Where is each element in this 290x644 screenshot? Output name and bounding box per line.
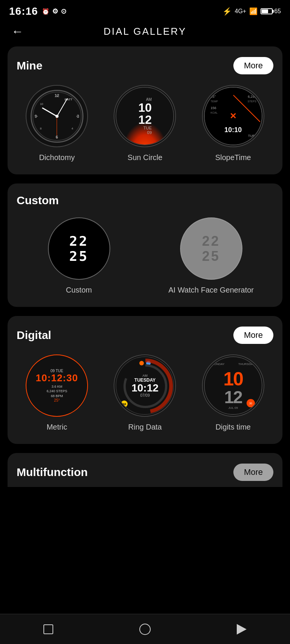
status-bar: 16:16 ⏰ ⚙ ⊙ ⚡ 4G+ 📶 65	[0, 0, 290, 21]
nav-square-button[interactable]	[39, 620, 58, 639]
metric-bpm: 68 BPM	[36, 394, 78, 399]
mine-faces-grid: 12 3 6 9 BATT	[17, 85, 273, 162]
face-item-digits-time[interactable]: MONDAY THURSDAY 10 12 30 JUL 09 Digits t…	[193, 354, 273, 432]
custom-title: Custom	[17, 194, 59, 207]
mine-more-button[interactable]: More	[233, 57, 273, 74]
suncircle-daydate: TUE 09	[138, 126, 152, 135]
digital-section: Digital More 09 TUE 10:12:30 3.6 KM 6,24…	[8, 316, 282, 444]
suncircle-date-num: 09	[147, 130, 152, 135]
slope-stats-left: 25° TEMP 156 KCAL	[211, 94, 218, 115]
face-item-custom[interactable]: 22 25 Custom	[17, 217, 141, 295]
metric-temp: 25°	[36, 398, 78, 402]
multifunction-more-button[interactable]: More	[233, 464, 273, 481]
face-item-sun-circle[interactable]: AM 10 12 TUE 09 Sun Circle	[105, 85, 185, 162]
dt-top-labels: MONDAY THURSDAY	[205, 362, 262, 366]
face-preview-ai-watch: 22 25	[180, 217, 242, 280]
metric-time: 10:12:30	[36, 373, 78, 383]
bluetooth-icon: ⚡	[222, 7, 232, 16]
slope-kcal: 156	[211, 106, 218, 111]
record-icon: ⊙	[61, 7, 67, 15]
digital-section-header: Digital More	[17, 327, 273, 344]
battery-indicator: 65	[261, 8, 281, 15]
face-preview-slope-time: 25° TEMP 156 KCAL 6,240 STEPS ✕ 10:10 TU…	[202, 85, 264, 147]
back-button[interactable]: ←	[11, 25, 23, 39]
battery-level: 65	[274, 8, 281, 15]
dt-date: JUL 09	[228, 406, 238, 410]
dt-badge: 30	[247, 399, 255, 407]
outer-ring	[32, 92, 82, 141]
battery-fill	[262, 9, 268, 13]
suncircle-day: TUE	[143, 126, 152, 130]
face-preview-metric: 09 TUE 10:12:30 3.6 KM 6,240 STEPS 68 BP…	[26, 354, 88, 417]
custom-digits-display: 22 25	[69, 234, 88, 263]
ringdata-watch: AM TUESDAY 10:12 07/09 68	[116, 356, 174, 415]
face-preview-dichotomy: 12 3 6 9 BATT	[26, 85, 88, 147]
metric-display: 09 TUE 10:12:30 3.6 KM 6,240 STEPS 68 BP…	[33, 366, 81, 406]
clock-num-4: 4	[71, 127, 73, 130]
signal-bars-icon: 📶	[249, 7, 258, 15]
face-item-ring-data[interactable]: AM TUESDAY 10:12 07/09 68 Ring Data	[105, 354, 185, 432]
nav-back-button[interactable]	[232, 620, 251, 639]
face-item-dichotomy[interactable]: 12 3 6 9 BATT	[17, 85, 97, 162]
mine-section-header: Mine More	[17, 57, 273, 74]
clock-num-8: 8	[40, 127, 42, 130]
face-item-ai-watch[interactable]: 22 25 AI Watch Face Generator	[149, 217, 273, 295]
page-title: DIAL GALLERY	[103, 26, 187, 37]
multifunction-title: Multifunction	[17, 466, 88, 479]
suncircle-min: 12	[138, 114, 152, 126]
custom-min: 25	[69, 249, 88, 264]
dt-label-left: MONDAY	[211, 362, 225, 366]
slope-day: TUE	[248, 134, 255, 138]
settings-icon: ⚙	[52, 7, 59, 15]
dt-main-display: 10 12	[224, 370, 243, 406]
dichotomy-watch: 12 3 6 9 BATT	[31, 90, 83, 143]
slope-steps-label: STEPS	[248, 100, 256, 104]
metric-label: Metric	[46, 422, 67, 432]
clock-num-10: 10	[40, 102, 43, 106]
slope-steps: 6,240	[248, 94, 256, 100]
face-preview-digits-time: MONDAY THURSDAY 10 12 30 JUL 09	[202, 354, 264, 417]
custom-section: Custom 22 25 Custom 22 25 AI Watch Face …	[8, 183, 282, 307]
slope-time-main: 10:10	[224, 126, 242, 134]
slope-temp-label: TEMP	[211, 100, 218, 104]
time-display: 16:16	[9, 5, 38, 17]
nav-home-icon	[139, 624, 151, 635]
sun-circle-label: Sun Circle	[128, 153, 162, 162]
suncircle-watch: AM 10 12 TUE 09	[116, 87, 174, 145]
ringdata-center: AM TUESDAY 10:12 07/09	[131, 374, 159, 397]
digital-more-button[interactable]: More	[233, 327, 273, 344]
digital-title: Digital	[17, 329, 51, 342]
suncircle-hour: 10	[138, 102, 152, 114]
face-preview-custom: 22 25	[48, 217, 110, 280]
slope-temp: 25°	[211, 94, 218, 100]
digits-time-label: Digits time	[216, 422, 251, 432]
custom-faces-grid: 22 25 Custom 22 25 AI Watch Face Generat…	[17, 217, 273, 295]
status-right-icons: ⚡ 4G+ 📶 65	[222, 7, 281, 16]
slope-stats-right: 6,240 STEPS	[248, 94, 256, 103]
battery-icon	[261, 8, 273, 14]
ai-digits-display: 22 25	[202, 234, 220, 263]
dt-label-right: THURSDAY	[238, 362, 255, 366]
face-preview-sun-circle: AM 10 12 TUE 09	[114, 85, 176, 147]
slopetime-watch: 25° TEMP 156 KCAL 6,240 STEPS ✕ 10:10 TU…	[204, 87, 262, 145]
dt-hour: 10	[224, 370, 243, 388]
alarm-icon: ⏰	[42, 8, 50, 15]
suncircle-time-display: AM 10 12 TUE 09	[138, 97, 152, 135]
custom-hour: 22	[69, 234, 88, 249]
ring-data-label: Ring Data	[128, 422, 162, 432]
face-item-slope-time[interactable]: 25° TEMP 156 KCAL 6,240 STEPS ✕ 10:10 TU…	[193, 85, 273, 162]
top-nav: ← DIAL GALLERY	[0, 21, 290, 46]
digital-faces-grid: 09 TUE 10:12:30 3.6 KM 6,240 STEPS 68 BP…	[17, 354, 273, 432]
metric-steps: 6,240 STEPS	[36, 389, 78, 394]
rd-time: 10:12	[131, 383, 159, 393]
face-item-metric[interactable]: 09 TUE 10:12:30 3.6 KM 6,240 STEPS 68 BP…	[17, 354, 97, 432]
custom-section-header: Custom	[17, 194, 273, 207]
ai-watch-label: AI Watch Face Generator	[168, 285, 254, 295]
slope-kcal-label: KCAL	[211, 111, 218, 115]
bottom-spacer	[0, 487, 290, 517]
ai-min: 25	[202, 249, 220, 264]
nav-square-icon	[43, 624, 53, 634]
digitstime-watch: MONDAY THURSDAY 10 12 30 JUL 09	[204, 356, 262, 415]
status-time: 16:16 ⏰ ⚙ ⊙	[9, 5, 67, 17]
nav-home-button[interactable]	[136, 620, 154, 639]
